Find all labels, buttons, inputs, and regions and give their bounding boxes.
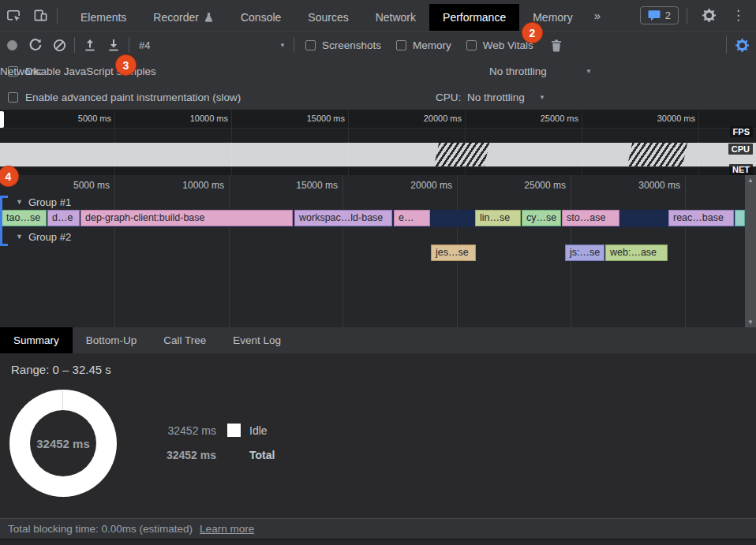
timeline-overview[interactable]: 5000 ms10000 ms15000 ms20000 ms25000 ms3… bbox=[0, 110, 756, 175]
scroll-down-icon[interactable]: ▼ bbox=[747, 319, 754, 326]
checkbox-box[interactable] bbox=[466, 40, 477, 50]
paint-instrumentation-row: Enable advanced paint instrumentation (s… bbox=[0, 84, 756, 110]
overview-tick-label: 5000 ms bbox=[56, 114, 111, 123]
tab-recorder[interactable]: Recorder bbox=[140, 4, 227, 31]
flame-event-bar[interactable]: cy…se bbox=[522, 210, 561, 226]
flame-event-bar[interactable]: d…e bbox=[47, 210, 80, 226]
load-profile-button[interactable] bbox=[78, 34, 102, 56]
overview-cpu-lane bbox=[0, 143, 756, 166]
flame-scrollbar[interactable]: ▲ ▼ bbox=[745, 175, 756, 327]
learn-more-link[interactable]: Learn more bbox=[200, 523, 254, 535]
tabbar-right: 2 ⋮ bbox=[640, 4, 756, 28]
disable-js-row: Disable JavaScript samples Network: No t… bbox=[0, 58, 756, 84]
inspect-cursor-icon bbox=[6, 8, 21, 23]
legend-row-total: 32452 msTotal bbox=[164, 448, 275, 461]
network-throttle-caret-icon[interactable]: ▼ bbox=[586, 68, 592, 75]
chevron-down-icon: ▼ bbox=[279, 42, 286, 49]
donut-seam bbox=[62, 390, 63, 411]
overview-ruler: 5000 ms10000 ms15000 ms20000 ms25000 ms3… bbox=[0, 110, 756, 129]
upload-icon bbox=[83, 38, 97, 52]
save-profile-button[interactable] bbox=[102, 34, 125, 56]
tab-label: Console bbox=[241, 11, 281, 24]
flame-chart[interactable]: 5000 ms10000 ms15000 ms20000 ms25000 ms3… bbox=[0, 175, 756, 327]
reload-and-record-button[interactable] bbox=[24, 34, 47, 56]
flame-event-bar[interactable]: web:…ase bbox=[605, 245, 668, 261]
flame-event-bar[interactable]: dep-graph-client:build-base bbox=[80, 210, 293, 226]
flame-tick-label: 25000 ms bbox=[511, 180, 566, 191]
panel-tabs: ElementsRecorderConsoleSourcesNetworkPer… bbox=[67, 0, 586, 31]
checkbox-web-vitals[interactable]: Web Vitals bbox=[466, 39, 533, 51]
flame-event-bar[interactable]: js:…se bbox=[565, 245, 604, 261]
detail-tab-bottom-up[interactable]: Bottom-Up bbox=[73, 327, 151, 353]
overview-tick-line bbox=[231, 110, 232, 175]
tab-console[interactable]: Console bbox=[227, 4, 294, 31]
overview-left-handle[interactable] bbox=[0, 111, 4, 128]
network-throttle-value[interactable]: No throttling bbox=[489, 65, 547, 77]
flame-event-bar[interactable]: tao…se bbox=[2, 210, 47, 226]
detail-tab-call-tree[interactable]: Call Tree bbox=[150, 327, 219, 353]
toolbar-separator-1 bbox=[74, 37, 75, 53]
cpu-throttle-value[interactable]: No throttling bbox=[467, 91, 525, 103]
cpu-throttle-caret-icon[interactable]: ▼ bbox=[539, 94, 545, 101]
reload-icon bbox=[28, 38, 43, 52]
flame-gridline bbox=[229, 175, 230, 327]
flame-event-bar[interactable]: e… bbox=[394, 210, 430, 226]
checkbox-box[interactable] bbox=[305, 40, 316, 50]
more-tabs-button[interactable]: » bbox=[586, 9, 608, 22]
flame-event-bar[interactable]: sto…ase bbox=[562, 210, 619, 226]
tab-network[interactable]: Network bbox=[362, 4, 429, 31]
legend-row-idle: 32452 msIdle bbox=[164, 424, 268, 437]
tabbar-right-separator bbox=[687, 8, 687, 24]
clear-button[interactable] bbox=[47, 34, 71, 56]
record-button[interactable] bbox=[0, 34, 24, 56]
feedback-button[interactable]: 2 bbox=[640, 6, 679, 24]
scroll-up-icon[interactable]: ▲ bbox=[747, 177, 754, 184]
donut-hole: 32452 ms bbox=[30, 410, 96, 476]
checkbox-screenshots[interactable]: Screenshots bbox=[305, 39, 381, 51]
tab-sources[interactable]: Sources bbox=[294, 4, 361, 31]
flame-event-bar[interactable]: workspac…ld-base bbox=[294, 210, 392, 226]
inspect-element-button[interactable] bbox=[0, 4, 27, 28]
trash-icon bbox=[550, 39, 563, 52]
detail-tab-event-log[interactable]: Event Log bbox=[219, 327, 294, 353]
flame-gridline bbox=[685, 175, 686, 327]
flame-event-bar[interactable] bbox=[735, 210, 745, 226]
performance-toolbar: #4 ▼ ScreenshotsMemoryWeb Vitals bbox=[0, 31, 756, 58]
device-toolbar-button[interactable] bbox=[27, 4, 54, 28]
overview-tick-line bbox=[698, 110, 699, 175]
cpu-lane-label: CPU bbox=[728, 144, 753, 155]
paint-instrumentation-checkbox[interactable] bbox=[8, 92, 18, 103]
tab-label: Network bbox=[376, 11, 416, 24]
tab-label: Elements bbox=[80, 11, 126, 24]
flame-gridline bbox=[342, 175, 343, 327]
flame-tick-label: 5000 ms bbox=[54, 180, 110, 191]
group-header-1[interactable]: ▼Group #1 bbox=[16, 195, 71, 209]
flame-event-bar[interactable]: reac…base bbox=[668, 210, 734, 226]
overview-tick-line bbox=[348, 110, 349, 175]
checkbox-label: Memory bbox=[413, 39, 451, 51]
settings-button[interactable] bbox=[695, 4, 722, 28]
tab-performance[interactable]: Performance bbox=[429, 4, 519, 31]
cpu-label: CPU: bbox=[436, 91, 461, 103]
tab-elements[interactable]: Elements bbox=[67, 4, 140, 31]
details-tabbar: SummaryBottom-UpCall TreeEvent Log bbox=[0, 327, 756, 353]
delete-recording-button[interactable] bbox=[545, 34, 568, 56]
range-label: Range: 0 – 32.45 s bbox=[11, 363, 111, 376]
feedback-count: 2 bbox=[665, 9, 671, 21]
flame-gridline bbox=[114, 175, 115, 327]
legend-label: Total bbox=[249, 449, 275, 461]
kebab-menu-button[interactable]: ⋮ bbox=[727, 7, 750, 24]
overview-tick-line bbox=[582, 110, 582, 175]
flame-event-bar[interactable]: jes…se bbox=[431, 245, 476, 261]
capture-settings-button[interactable] bbox=[726, 36, 750, 54]
overview-tick-label: 15000 ms bbox=[290, 114, 345, 123]
flame-event-bar[interactable]: lin…se bbox=[475, 210, 521, 226]
history-dropdown[interactable]: #4 ▼ bbox=[139, 35, 290, 55]
checkbox-box[interactable] bbox=[396, 40, 406, 50]
checkbox-memory[interactable]: Memory bbox=[396, 39, 451, 51]
group-header-2[interactable]: ▼Group #2 bbox=[16, 230, 71, 244]
group-label-text: Group #2 bbox=[28, 231, 71, 243]
overview-tick-line bbox=[114, 110, 115, 175]
capture-settings-pane: Disable JavaScript samples Network: No t… bbox=[0, 58, 756, 110]
detail-tab-summary[interactable]: Summary bbox=[0, 327, 73, 353]
